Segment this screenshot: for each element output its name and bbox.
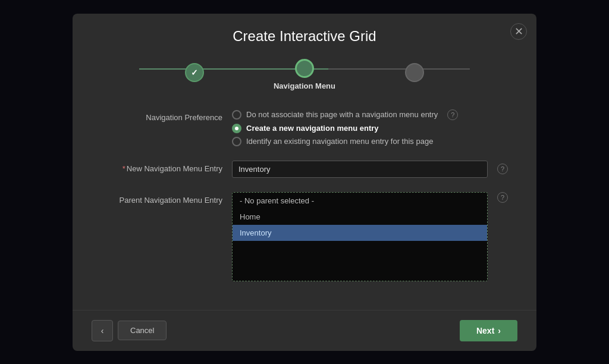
close-button[interactable]: ✕	[510, 23, 527, 40]
nav-preference-controls: Do not associate this page with a naviga…	[232, 109, 508, 146]
radio-no-associate[interactable]: Do not associate this page with a naviga…	[232, 109, 508, 120]
next-label: Next	[476, 326, 494, 335]
required-star: *	[123, 164, 125, 173]
next-button[interactable]: Next ›	[460, 320, 517, 341]
step-2-circle	[295, 59, 314, 78]
step-1-circle: ✓	[185, 63, 204, 82]
new-entry-row: *New Navigation Menu Entry ?	[101, 161, 508, 178]
modal-header: Create Interactive Grid ✕ ✓ Navigation M…	[73, 14, 536, 95]
nav-preference-label: Navigation Preference	[101, 109, 232, 122]
parent-entry-help-icon[interactable]: ?	[497, 192, 508, 203]
parent-entry-row: Parent Navigation Menu Entry - No parent…	[101, 192, 508, 281]
listbox-item-home[interactable]: Home	[233, 209, 487, 225]
step-3-circle	[405, 63, 424, 82]
modal-content: Navigation Preference Do not associate t…	[73, 95, 536, 310]
cancel-button[interactable]: Cancel	[118, 321, 167, 340]
new-entry-input[interactable]	[232, 161, 488, 178]
new-entry-help-icon[interactable]: ?	[497, 164, 508, 174]
new-entry-label: *New Navigation Menu Entry	[101, 161, 232, 173]
next-chevron-icon: ›	[498, 326, 501, 335]
radio-no-associate-text: Do not associate this page with a naviga…	[246, 110, 438, 119]
new-entry-controls: ?	[232, 161, 508, 178]
radio-no-associate-circle	[232, 110, 241, 120]
stepper: ✓ Navigation Menu	[92, 59, 517, 90]
step-2: Navigation Menu	[249, 59, 359, 90]
footer-left: ‹ Cancel	[92, 320, 167, 341]
parent-entry-listbox[interactable]: - No parent selected - Home Inventory	[232, 192, 488, 281]
step-1: ✓	[139, 63, 249, 86]
parent-entry-label: Parent Navigation Menu Entry	[101, 192, 232, 205]
modal-footer: ‹ Cancel Next ›	[73, 310, 536, 351]
modal-dialog: Create Interactive Grid ✕ ✓ Navigation M…	[73, 14, 536, 351]
radio-create-new-circle	[232, 124, 241, 133]
listbox-item-inventory[interactable]: Inventory	[233, 225, 487, 241]
nav-preference-row: Navigation Preference Do not associate t…	[101, 109, 508, 146]
step-3	[360, 63, 470, 86]
radio-create-new-text: Create a new navigation menu entry	[246, 124, 379, 133]
parent-entry-controls: - No parent selected - Home Inventory ?	[232, 192, 508, 281]
back-button[interactable]: ‹	[92, 320, 113, 341]
radio-create-new[interactable]: Create a new navigation menu entry	[232, 124, 508, 133]
nav-preference-help-icon[interactable]: ?	[447, 109, 458, 120]
modal-title: Create Interactive Grid	[92, 28, 517, 45]
step-2-label: Navigation Menu	[274, 81, 335, 90]
radio-identify-existing-text: Identify an existing navigation menu ent…	[246, 137, 433, 146]
listbox-item-no-parent[interactable]: - No parent selected -	[233, 193, 487, 209]
new-entry-input-row: ?	[232, 161, 508, 178]
radio-identify-existing[interactable]: Identify an existing navigation menu ent…	[232, 137, 508, 146]
modal-overlay: Create Interactive Grid ✕ ✓ Navigation M…	[0, 0, 609, 364]
radio-identify-existing-circle	[232, 137, 241, 146]
